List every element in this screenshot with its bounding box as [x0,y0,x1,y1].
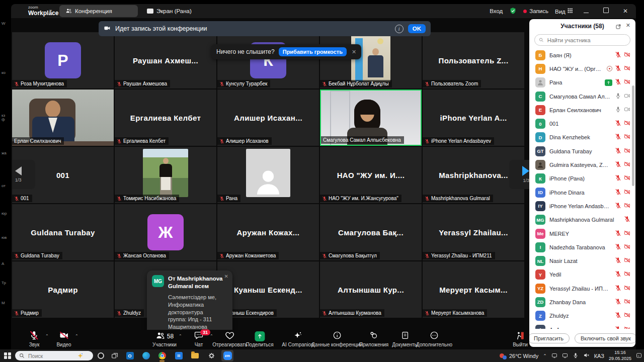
participant-row[interactable]: КiPhone (Рана) [529,172,635,186]
tray-expand-icon[interactable]: ⌃ [543,353,547,358]
toolbar-react-button[interactable]: Отреагировать [212,331,248,347]
toolbar-video-button[interactable]: Видео [56,331,71,347]
ok-button[interactable]: OK [408,24,426,33]
participant-row[interactable]: YYedil [529,268,635,282]
video-tile[interactable]: Аружан Кожах...Аружан Кожахметова [217,204,319,260]
minimize-button[interactable] [580,8,593,15]
participant-row[interactable]: NLNasir Lazat [529,254,635,267]
participant-row[interactable]: MGMashripkhanova Gulmaral [529,213,635,227]
invite-button[interactable]: Пригласить [529,333,570,343]
language-indicator[interactable]: КАЗ [594,353,604,359]
toolbar-chat-button[interactable]: Чат31 [194,331,203,347]
participant-row[interactable]: INadezhda Tarabanova [529,240,635,254]
tab-screen-share[interactable]: Экран (Рана) [141,5,198,17]
maximize-button[interactable] [599,8,612,15]
settings-gear-icon[interactable] [205,350,217,361]
toolbar-audio-button[interactable]: Звук [29,331,40,347]
toolbar-apps-button[interactable]: Приложения [359,331,389,347]
file-explorer-icon[interactable] [189,350,201,361]
info-icon[interactable]: i [395,25,404,33]
participant-row[interactable]: AА. Ардак [529,323,635,329]
close-button[interactable]: ✕ [619,8,632,15]
video-tile[interactable]: iPhone Yerlan A...iPhone Yerlan Andasbay… [423,89,524,146]
video-tile[interactable]: Меруерт Касым...Меруерт Касымханова [423,261,524,318]
video-tile[interactable]: Пользователь Z...Пользователь Zoom [423,32,524,88]
tooltip-close-icon[interactable]: ✕ [352,49,356,55]
participant-row[interactable]: YZYerassyl Zhailau - ИПМ211 [529,282,635,295]
toolbar-docs-button[interactable]: Документы [392,331,418,347]
toolbar-ai-button[interactable]: AI Companion [282,331,313,347]
zoom-app-icon[interactable]: zm [221,350,233,361]
start-button[interactable] [4,349,11,362]
toolbar-share-button[interactable]: Поделиться [246,331,273,347]
video-tile[interactable]: Смагулова Самал Алпысбековна [320,89,422,146]
participant-row[interactable]: MeMEREY [529,227,635,240]
edge-icon[interactable] [140,350,152,361]
taskbar-search-input[interactable] [27,352,74,359]
outlook-icon[interactable]: O [124,350,136,361]
video-tile[interactable]: Yerassyl Zhailau...Yerassyl Zhailau - ИП… [423,204,524,260]
video-tile[interactable]: Раушан Ахмеш...Раушан Ахмешова [115,32,216,88]
chrome-icon[interactable] [156,350,168,361]
participant-row[interactable]: ZDZhanbay Dana [529,295,635,309]
toolbar-leave-button[interactable]: Выйти [513,331,528,347]
tray-speaker-muted-icon[interactable] [583,352,590,359]
participant-row[interactable]: Gulmira Kasteyeva, Zhetysu Uni... [529,158,635,171]
video-tile[interactable]: Алтыншаш Кур...Алтыншаш Курманова [320,261,422,318]
video-tile[interactable]: Смагулова Бақ...Смагулова Бақытгүл [320,204,422,260]
video-tile[interactable]: Бекбай Нұрболат Адиұлы [320,32,422,88]
panel-close-icon[interactable]: ✕ [626,22,630,29]
chevron-up-icon[interactable]: ⌃ [179,334,182,338]
chevron-up-icon[interactable]: ⌃ [45,334,49,338]
notification-center-icon[interactable] [636,352,642,359]
video-tile[interactable]: Томирис Насибжанова [115,147,216,203]
participant-row[interactable]: IYiPhone Yerlan Andasbayev [529,199,635,213]
chevron-up-icon[interactable]: ⌃ [75,334,78,338]
video-tile[interactable]: PРоза Мухитдинова [12,32,114,88]
participant-row[interactable]: GTGuldana Turabay [529,144,635,158]
chevron-up-icon[interactable]: ⌃ [210,334,213,338]
tab-meeting[interactable]: Конференция [59,5,138,17]
copilot-circle-icon[interactable] [95,350,107,361]
participant-row[interactable]: DDina Kenzhebek [529,131,635,144]
view-button[interactable]: Вид [555,8,573,15]
search-input[interactable] [546,37,626,44]
participant-row[interactable]: 0001 [529,117,635,130]
participant-row[interactable]: ЕЕрлан Сеилханович [529,103,635,117]
task-view-icon[interactable] [109,350,121,361]
security-shield-icon[interactable] [509,7,517,16]
tray-mic-icon[interactable] [573,352,579,359]
video-tile[interactable]: Guldana TurabayGuldana Turabay [12,204,114,260]
weather-widget[interactable]: 26°C Windy [500,352,538,359]
video-tile[interactable]: Ергалиева КелбетЕргалиева Келбет [115,89,216,146]
participant-row[interactable]: Рана [529,76,635,89]
video-tile[interactable]: ЖЖансая Оспанова [115,204,216,260]
scrollbar[interactable] [632,85,634,186]
participant-row[interactable]: IDiPhone Dinara [529,186,635,199]
video-tile[interactable]: РадмирРадмир [12,261,114,318]
unmute-button[interactable]: Включить свой звук [575,333,635,343]
toolbar-participants-button[interactable]: 58Участники [152,331,177,347]
tray-display-icon[interactable] [551,352,557,359]
taskbar-search[interactable] [15,351,93,360]
video-tile[interactable]: Алишер Исахан...Алишер Исаханов [217,89,319,146]
clock[interactable]: 15:1629.05.2025 [609,350,631,361]
video-tile[interactable]: Куаныш Ескенд...Куаныш Ескендиров [217,261,319,318]
chevron-down-icon[interactable]: ▼ [48,9,53,14]
video-tile[interactable]: Ерлан Сеилханович [12,89,114,146]
participant-row[interactable]: ССмагулова Самал Алпысбеков... [529,89,635,103]
popup-close-icon[interactable]: ✕ [224,274,228,279]
video-tile[interactable]: ККунсулу Турарбек [217,32,319,88]
store-icon[interactable]: ⊞ [173,350,185,361]
video-tile[interactable]: НАО "ЖУ им. И....НАО "ЖУ им. И.Жансугуро… [320,147,422,203]
recording-indicator[interactable]: Запись [523,8,548,14]
video-tile[interactable]: Рана [217,147,319,203]
participant-row[interactable]: ZZhuldyz [529,309,635,323]
participant-row[interactable]: ННАО "ЖУ и... (Организатор) [529,62,635,75]
participant-row[interactable]: ББаян (Я) [529,48,635,62]
toolbar-more-button[interactable]: Дополнительно [416,331,452,347]
tray-screen-icon[interactable] [562,352,568,359]
pop-out-icon[interactable] [615,23,621,32]
sign-in-button[interactable]: Вход [490,8,503,14]
raise-volume-button[interactable]: Прибавить громкость [279,47,347,56]
